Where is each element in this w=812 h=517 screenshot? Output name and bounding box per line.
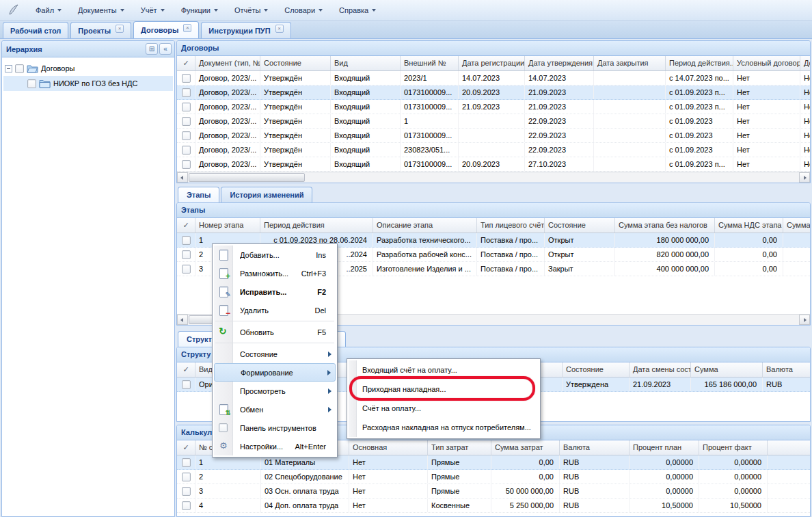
- row-checkbox[interactable]: [182, 458, 191, 467]
- tree-expand-icon[interactable]: [5, 65, 12, 72]
- column-header[interactable]: Дог: [800, 56, 810, 70]
- menu-item[interactable]: Размножить...Ctrl+F3: [214, 264, 336, 282]
- row-checkbox[interactable]: [182, 74, 191, 83]
- row-checkbox[interactable]: [182, 473, 191, 481]
- scroll-left-icon[interactable]: [177, 315, 188, 325]
- row-checkbox[interactable]: [182, 117, 191, 126]
- row-checkbox[interactable]: [182, 103, 191, 111]
- scroll-left-icon[interactable]: [177, 172, 188, 183]
- column-header[interactable]: Период действия..: [666, 56, 733, 70]
- column-header[interactable]: Описание этапа: [373, 218, 477, 233]
- table-row[interactable]: Договор, 2023/...УтверждёнВходящий017310…: [177, 85, 810, 100]
- column-header[interactable]: Сумма эт: [783, 218, 810, 233]
- column-header[interactable]: Процент факт: [699, 440, 768, 455]
- column-header[interactable]: Сумма НДС этапа: [715, 218, 783, 233]
- menu-item[interactable]: Панель инструментов: [214, 419, 336, 437]
- select-all-header[interactable]: ✓: [177, 362, 195, 377]
- column-header[interactable]: Дата смены состоя: [630, 362, 691, 377]
- table-row[interactable]: 202 СпецоборудованиеНетПрямые0,00RUB0,00…: [177, 470, 810, 484]
- menu-item[interactable]: Состояние: [214, 345, 336, 363]
- column-header[interactable]: Период действия: [260, 218, 373, 233]
- column-header[interactable]: Вид: [331, 56, 401, 70]
- row-checkbox[interactable]: [182, 236, 191, 245]
- table-row[interactable]: Договор, 2023/...УтверждёнВходящий2023/1…: [177, 71, 810, 85]
- column-header[interactable]: Тип затрат: [428, 440, 491, 455]
- column-header[interactable]: Сумма этапа без налогов: [615, 218, 715, 233]
- menu-item[interactable]: Счёт на оплату...: [349, 399, 539, 418]
- row-checkbox[interactable]: [182, 160, 191, 169]
- column-header[interactable]: Дата утверждения: [525, 56, 594, 70]
- menu-item[interactable]: УдалитьDel: [214, 301, 336, 319]
- main-tab[interactable]: Инструкции ПУП×: [201, 22, 290, 38]
- menu-item[interactable]: Исправить...F2: [214, 282, 336, 301]
- row-checkbox[interactable]: [182, 146, 191, 155]
- select-all-header[interactable]: ✓: [177, 440, 195, 455]
- menubar-item[interactable]: Отчёты: [226, 3, 276, 17]
- column-header[interactable]: Сумма: [691, 362, 763, 377]
- row-checkbox[interactable]: [182, 487, 191, 496]
- select-all-header[interactable]: ✓: [177, 56, 195, 70]
- menu-item[interactable]: Настройки...Alt+Enter: [214, 437, 336, 455]
- column-header[interactable]: Основная: [349, 440, 428, 455]
- column-header[interactable]: Номер этапа: [195, 218, 260, 233]
- tree-checkbox[interactable]: [15, 64, 24, 73]
- menubar-item[interactable]: Справка: [331, 3, 384, 17]
- tree-item[interactable]: Договоры: [3, 61, 173, 76]
- table-row[interactable]: Договор, 2023/...УтверждёнВходящий017310…: [177, 129, 810, 143]
- table-row[interactable]: Договор, 2023/...УтверждёнВходящий122.09…: [177, 114, 810, 129]
- column-header[interactable]: Сумма затрат: [491, 440, 560, 455]
- row-checkbox[interactable]: [182, 131, 191, 140]
- row-checkbox[interactable]: [182, 88, 191, 97]
- column-header[interactable]: Процент план: [630, 440, 699, 455]
- column-header[interactable]: Внешний №: [401, 56, 459, 70]
- row-checkbox[interactable]: [182, 265, 191, 274]
- tree-item[interactable]: НИОКР по ГОЗ без НДС: [3, 76, 173, 91]
- collapse-icon[interactable]: «: [159, 43, 172, 55]
- table-row[interactable]: Договор, 2023/...УтверждёнВходящий230823…: [177, 143, 810, 157]
- menu-item[interactable]: ОбновитьF5: [214, 323, 336, 341]
- menubar-item[interactable]: Документы: [70, 3, 133, 17]
- select-all-header[interactable]: ✓: [177, 218, 195, 233]
- menubar-item[interactable]: Учёт: [133, 3, 173, 17]
- column-header[interactable]: Состояние: [260, 56, 331, 70]
- table-row[interactable]: 404 Доп. оплата трудаНетКосвенные5 250 0…: [177, 499, 810, 513]
- row-checkbox[interactable]: [182, 380, 191, 389]
- column-header[interactable]: Дата закрытия: [594, 56, 666, 70]
- scroll-right-icon[interactable]: [799, 172, 810, 183]
- column-header[interactable]: Тип лицевого счёт: [477, 218, 545, 233]
- menu-item[interactable]: Расходная накладная на отпуск потребител…: [349, 418, 539, 437]
- table-row[interactable]: Договор, 2023/...УтверждёнВходящий017310…: [177, 100, 810, 114]
- horizontal-scrollbar[interactable]: [177, 172, 810, 183]
- scrollbar-thumb[interactable]: [189, 173, 305, 182]
- subtab[interactable]: История изменений: [221, 187, 312, 202]
- close-icon[interactable]: ×: [183, 24, 191, 32]
- close-icon[interactable]: ×: [275, 25, 284, 33]
- column-header[interactable]: Документ (тип, №: [195, 56, 260, 70]
- row-checkbox[interactable]: [182, 250, 191, 259]
- column-header[interactable]: Состояние: [545, 218, 615, 233]
- find-icon[interactable]: ⊞: [146, 43, 158, 55]
- table-row[interactable]: Договор, 2023/...УтверждёнВходящий017310…: [177, 157, 810, 172]
- menubar-item[interactable]: Функции: [173, 3, 226, 17]
- column-header[interactable]: Валюта: [763, 362, 810, 377]
- column-header[interactable]: Валюта: [560, 440, 630, 455]
- main-tab[interactable]: Договоры×: [133, 21, 199, 38]
- menu-item[interactable]: Добавить...Ins: [214, 246, 336, 264]
- column-header[interactable]: Условный договор: [733, 56, 800, 70]
- subtab[interactable]: Этапы: [178, 187, 219, 202]
- scroll-right-icon[interactable]: [799, 315, 810, 325]
- row-checkbox[interactable]: [182, 501, 191, 510]
- column-header[interactable]: [768, 440, 810, 455]
- main-tab[interactable]: Рабочий стол: [3, 22, 68, 38]
- menu-item[interactable]: Просмотреть: [214, 382, 336, 400]
- tree-checkbox[interactable]: [27, 79, 36, 88]
- menu-item[interactable]: Обмен: [214, 400, 336, 419]
- main-tab[interactable]: Проекты×: [70, 22, 131, 38]
- menu-item[interactable]: Формирование: [214, 363, 336, 382]
- menu-checkbox[interactable]: [219, 423, 228, 432]
- menubar-item[interactable]: Словари: [276, 3, 331, 17]
- close-icon[interactable]: ×: [116, 25, 124, 33]
- table-row[interactable]: 101 МатериалыНетПрямые0,00RUB0,000000,00…: [177, 455, 810, 470]
- column-header[interactable]: Состояние: [563, 362, 630, 377]
- table-row[interactable]: 303 Осн. оплата трудаНетПрямые50 000 000…: [177, 484, 810, 499]
